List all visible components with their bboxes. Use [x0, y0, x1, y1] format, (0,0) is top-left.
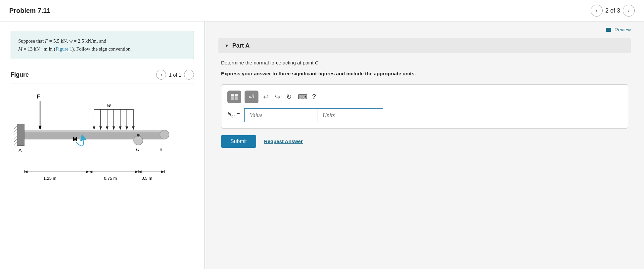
- help-button[interactable]: ?: [312, 93, 316, 100]
- svg-rect-60: [231, 97, 234, 100]
- svg-text:M: M: [73, 136, 77, 142]
- figure-section: Figure ‹ 1 of 1 › F: [11, 70, 194, 195]
- figure-label: Figure: [11, 71, 29, 78]
- svg-marker-21: [99, 127, 102, 130]
- svg-marker-27: [119, 127, 121, 130]
- review-link-container: Review: [218, 27, 631, 32]
- svg-marker-42: [86, 171, 89, 173]
- figure-prev-button[interactable]: ‹: [156, 70, 166, 80]
- input-row: NC =: [227, 108, 622, 122]
- ua-button[interactable]: μÅ: [245, 91, 258, 103]
- svg-text:1.25 m: 1.25 m: [43, 176, 56, 181]
- review-icon: [606, 28, 611, 32]
- svg-rect-4: [24, 130, 164, 132]
- action-row: Submit Request Answer: [221, 135, 628, 148]
- svg-line-13: [14, 142, 17, 145]
- svg-rect-5: [17, 124, 24, 146]
- svg-point-33: [134, 136, 143, 145]
- figure-next-button[interactable]: ›: [184, 70, 194, 80]
- svg-line-8: [14, 126, 17, 129]
- units-input[interactable]: [317, 108, 383, 122]
- figure-header: Figure ‹ 1 of 1 ›: [11, 70, 194, 80]
- svg-text:0.75 m: 0.75 m: [104, 176, 117, 181]
- svg-text:B: B: [160, 147, 162, 152]
- svg-text:w: w: [107, 103, 111, 108]
- redo-button[interactable]: ↪: [273, 92, 282, 101]
- review-link[interactable]: Review: [606, 27, 631, 32]
- svg-marker-54: [161, 171, 164, 173]
- figure-divider: [11, 84, 194, 84]
- ua-label: μÅ: [249, 94, 254, 99]
- left-panel: Suppose that F = 5.5 kN, w = 2.5 kN/m, a…: [0, 21, 205, 269]
- pagination: ‹ 2 of 3 ›: [591, 5, 635, 17]
- svg-marker-47: [89, 171, 92, 173]
- svg-text:F: F: [37, 94, 40, 100]
- refresh-button[interactable]: ↻: [285, 92, 293, 101]
- svg-text:A: A: [19, 148, 22, 153]
- right-panel: Review ▼ Part A Determine the normal for…: [205, 21, 644, 269]
- svg-text:C: C: [136, 147, 140, 152]
- page-info: 2 of 3: [605, 7, 620, 14]
- part-a-body: Determine the normal force acting at poi…: [218, 60, 631, 148]
- svg-marker-31: [132, 127, 135, 130]
- prev-page-button[interactable]: ‹: [591, 5, 603, 17]
- svg-line-11: [14, 135, 17, 139]
- svg-marker-1: [38, 126, 42, 130]
- svg-marker-23: [106, 127, 109, 130]
- review-label: Review: [615, 27, 631, 32]
- keyboard-button[interactable]: ⌨: [297, 92, 309, 101]
- svg-marker-19: [93, 127, 95, 130]
- grid-button[interactable]: [227, 91, 241, 103]
- part-a-header[interactable]: ▼ Part A: [218, 38, 631, 53]
- figure-pagination: ‹ 1 of 1 ›: [156, 70, 194, 80]
- figure-page-info: 1 of 1: [169, 72, 181, 78]
- svg-text:0.5 m: 0.5 m: [142, 176, 152, 181]
- svg-rect-61: [235, 97, 238, 100]
- svg-marker-48: [135, 171, 138, 173]
- svg-marker-25: [113, 127, 115, 130]
- svg-point-37: [137, 134, 140, 136]
- svg-line-12: [14, 139, 17, 142]
- svg-rect-58: [231, 94, 234, 96]
- svg-marker-41: [24, 171, 28, 173]
- beam-figure: F: [11, 89, 194, 195]
- main-content: Suppose that F = 5.5 kN, w = 2.5 kN/m, a…: [0, 21, 644, 269]
- question-text: Determine the normal force acting at poi…: [221, 60, 628, 65]
- figure-link[interactable]: Figure 1: [56, 46, 72, 52]
- question-instruction: Express your answer to three significant…: [221, 70, 628, 78]
- undo-button[interactable]: ↩: [262, 92, 270, 101]
- problem-statement: Suppose that F = 5.5 kN, w = 2.5 kN/m, a…: [11, 31, 194, 59]
- svg-marker-53: [138, 171, 142, 173]
- answer-box: μÅ ↩ ↪ ↻ ⌨ ? NC =: [221, 84, 628, 129]
- request-answer-link[interactable]: Request Answer: [264, 138, 303, 144]
- svg-line-10: [14, 132, 17, 135]
- next-page-button[interactable]: ›: [623, 5, 635, 17]
- nc-label: NC =: [227, 111, 240, 119]
- part-arrow: ▼: [224, 43, 229, 49]
- svg-line-9: [14, 129, 17, 132]
- submit-button[interactable]: Submit: [221, 135, 256, 148]
- figure-canvas: F: [11, 89, 194, 195]
- svg-rect-59: [235, 94, 238, 96]
- toolbar: μÅ ↩ ↪ ↻ ⌨ ?: [227, 91, 622, 103]
- value-input[interactable]: [244, 108, 317, 122]
- svg-marker-29: [125, 127, 128, 130]
- svg-point-36: [160, 130, 169, 139]
- part-a-title: Part A: [232, 42, 250, 49]
- top-bar: Problem 7.11 ‹ 2 of 3 ›: [0, 0, 644, 21]
- problem-title: Problem 7.11: [9, 7, 51, 15]
- svg-line-14: [14, 145, 17, 149]
